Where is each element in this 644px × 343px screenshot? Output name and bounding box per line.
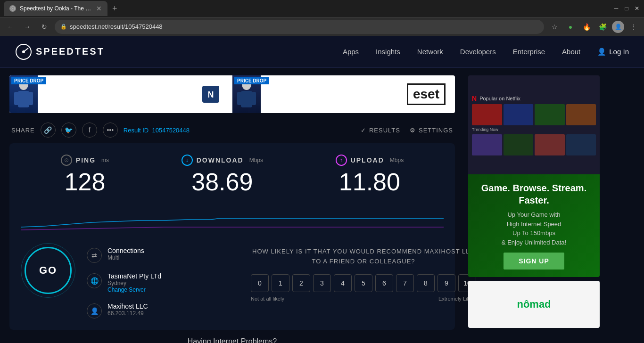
ad-section-right: PRICE DROP eset (232, 75, 455, 113)
sidebar-ad-1: N Popular on Netflix Trending Now (468, 75, 600, 277)
info-section: GO ⇄ Connections Multi 🌐 (25, 239, 440, 318)
results-label: RESULTS (369, 127, 400, 134)
sidebar: N Popular on Netflix Trending Now (464, 68, 603, 343)
connections-icon: ⇄ (87, 248, 102, 263)
settings-button[interactable]: ⚙ SETTINGS (410, 127, 453, 134)
profile-avatar[interactable]: 👤 (612, 21, 624, 33)
netflix-logo: N (472, 95, 477, 102)
upload-label: UPLOAD (351, 156, 384, 164)
sidebar-ad-bottom: Game. Browse. Stream. Faster. Up Your Ga… (468, 174, 600, 277)
share-bar: SHARE 🔗 🐦 f ••• Result ID 10547520448 ✓ … (9, 122, 455, 138)
speed-graph (21, 204, 444, 232)
user-icon: 👤 (597, 48, 606, 56)
active-tab[interactable]: Speedtest by Ookla - The Global... ✕ (4, 1, 107, 16)
nav-actions: 👤 Log In (597, 48, 629, 56)
svg-rect-8 (28, 92, 33, 105)
tab-title: Speedtest by Ookla - The Global... (20, 5, 92, 12)
back-button[interactable]: ← (4, 20, 17, 33)
server-name: TasmaNet Pty LTd (107, 272, 161, 280)
rating-btn-8[interactable]: 8 (417, 274, 435, 292)
bookmark-icon[interactable]: ☆ (548, 20, 561, 33)
refresh-button[interactable]: ↻ (38, 20, 51, 33)
address-bar[interactable]: 🔒 speedtest.net/result/10547520448 (55, 20, 544, 34)
result-id: Result ID 10547520448 (124, 127, 190, 134)
rating-btn-6[interactable]: 6 (375, 274, 393, 292)
extension-icon-2[interactable]: 🔥 (580, 20, 593, 33)
rating-btn-5[interactable]: 5 (355, 274, 372, 292)
download-unit: Mbps (249, 157, 263, 163)
share-right: ✓ RESULTS ⚙ SETTINGS (361, 127, 453, 134)
sidebar-ad-top: N Popular on Netflix Trending Now (468, 75, 600, 174)
toolbar-icons: ☆ ● 🔥 🧩 👤 ⋮ (548, 20, 640, 33)
rating-btn-9[interactable]: 9 (438, 274, 455, 292)
bottom-section: Having Internet Problems? (9, 337, 455, 343)
movie-3 (535, 104, 565, 125)
rating-btn-0[interactable]: 0 (251, 274, 269, 292)
share-twitter-icon[interactable]: 🐦 (61, 122, 76, 138)
price-drop-badge-right: PRICE DROP (234, 77, 269, 84)
speed-card: ⊙ PING ms 128 ↓ DOWNLOAD Mbps 38.69 (9, 143, 455, 330)
sign-up-button[interactable]: SIGN UP (504, 253, 564, 270)
ad-title-line2: Faster. (519, 195, 549, 205)
login-button[interactable]: 👤 Log In (597, 48, 629, 56)
movie-4 (566, 104, 596, 125)
rating-btn-4[interactable]: 4 (334, 274, 352, 292)
host-icon: 👤 (87, 303, 102, 318)
nav-insights[interactable]: Insights (376, 48, 400, 56)
tab-close-button[interactable]: ✕ (96, 5, 102, 12)
svg-rect-13 (237, 92, 242, 105)
forward-button[interactable]: → (21, 20, 34, 33)
metrics-row: ⊙ PING ms 128 ↓ DOWNLOAD Mbps 38.69 (25, 155, 440, 194)
movie-1 (472, 104, 502, 125)
share-more-icon[interactable]: ••• (103, 122, 118, 138)
rating-btn-3[interactable]: 3 (313, 274, 331, 292)
server-city: Sydney (107, 280, 161, 286)
minimize-button[interactable]: ─ (613, 5, 619, 12)
result-id-value[interactable]: 10547520448 (152, 127, 190, 134)
change-server-link[interactable]: Change Server (107, 286, 161, 293)
nav-about[interactable]: About (562, 48, 580, 56)
tab-bar: Speedtest by Ookla - The Global... ✕ + ─… (0, 0, 644, 17)
connections-row: ⇄ Connections Multi (87, 247, 228, 263)
connections-value: Multi (107, 254, 144, 261)
trending-row (472, 134, 596, 155)
nav-developers[interactable]: Developers (460, 48, 496, 56)
extension-icon-1[interactable]: ● (564, 20, 577, 33)
maximize-button[interactable]: □ (623, 5, 630, 12)
metric-upload: ↑ UPLOAD Mbps 11.80 (336, 155, 404, 194)
svg-rect-7 (14, 92, 19, 105)
lock-icon: 🔒 (60, 24, 67, 30)
trending-2 (504, 134, 534, 155)
movie-2 (504, 104, 534, 125)
results-button[interactable]: ✓ RESULTS (361, 127, 400, 134)
graph-area (21, 204, 444, 232)
nav-enterprise[interactable]: Enterprise (513, 48, 545, 56)
rating-btn-2[interactable]: 2 (292, 274, 310, 292)
menu-icon[interactable]: ⋮ (627, 20, 640, 33)
nav-network[interactable]: Network (417, 48, 443, 56)
rating-section: HOW LIKELY IS IT THAT YOU WOULD RECOMMEN… (243, 247, 476, 302)
logo-text: SPEEDTEST (36, 46, 105, 57)
netflix-header: N Popular on Netflix (472, 95, 596, 102)
close-button[interactable]: ✕ (634, 5, 640, 12)
extensions-icon[interactable]: 🧩 (596, 20, 609, 33)
nav-apps[interactable]: Apps (343, 48, 359, 56)
rating-btn-1[interactable]: 1 (272, 274, 289, 292)
tab-favicon (9, 5, 16, 12)
download-icon: ↓ (182, 155, 193, 166)
rating-btn-7[interactable]: 7 (396, 274, 414, 292)
main-content: PRICE DROP N (0, 68, 464, 343)
download-label: DOWNLOAD (197, 156, 244, 164)
share-facebook-icon[interactable]: f (82, 122, 97, 138)
share-left: SHARE 🔗 🐦 f ••• Result ID 10547520448 (11, 122, 190, 138)
share-link-icon[interactable]: 🔗 (41, 122, 56, 138)
rating-labels: Not at all likely Extremely Likely (251, 296, 476, 302)
host-detail: Maxihost LLC 66.203.112.49 (107, 302, 148, 317)
ad-title-line1: Game. Browse. Stream. (481, 183, 586, 193)
ping-icon: ⊙ (61, 155, 72, 166)
ping-label: PING (76, 156, 96, 164)
new-tab-button[interactable]: + (109, 4, 120, 14)
go-button[interactable]: GO (25, 247, 72, 294)
logo[interactable]: SPEEDTEST (15, 43, 105, 60)
sidebar-ad-title: Game. Browse. Stream. Faster. (476, 182, 592, 206)
